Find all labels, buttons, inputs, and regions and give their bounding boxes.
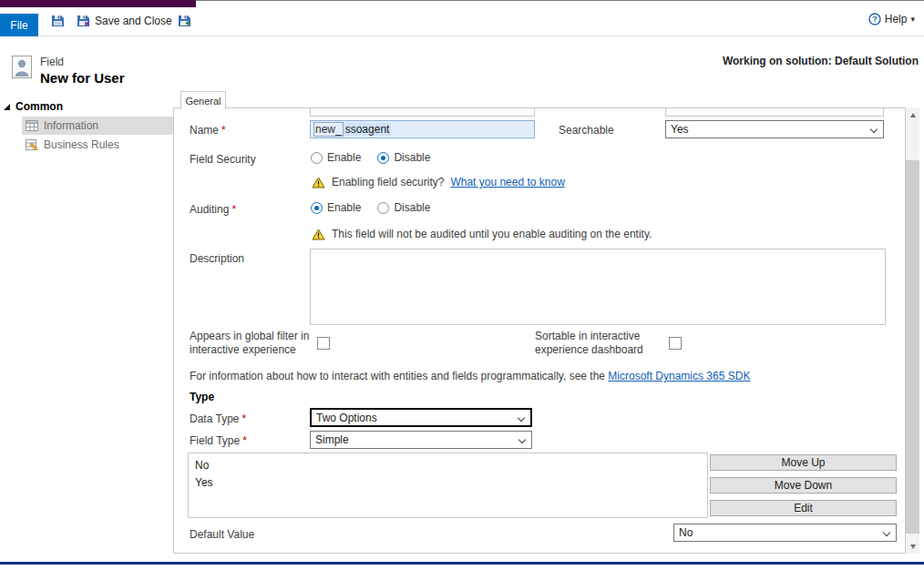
default-value-select[interactable]: No (673, 524, 897, 542)
clipped-input[interactable] (310, 108, 535, 117)
help-icon: ? (868, 13, 881, 25)
required-asterisk: * (242, 434, 247, 447)
required-asterisk: * (221, 124, 226, 137)
triangle-up-icon (910, 113, 916, 117)
window-accent-bar (0, 0, 196, 7)
radio-label: Enable (327, 201, 361, 214)
default-value-label: Default Value (190, 528, 254, 541)
collapse-triangle-icon (4, 104, 10, 110)
warning-text: This field will not be audited until you… (332, 228, 652, 240)
auditing-label: Auditing* (190, 203, 236, 216)
edit-button[interactable]: Edit (710, 500, 897, 516)
radio-selected-icon (311, 202, 323, 214)
scroll-down-button[interactable] (906, 539, 919, 554)
sidebar-group-label: Common (15, 100, 63, 113)
scrollbar-thumb[interactable] (906, 160, 919, 534)
auditing-enable-option[interactable]: Enable (311, 201, 361, 214)
searchable-value: Yes (671, 123, 689, 136)
help-label: Help (885, 13, 908, 25)
tab-general[interactable]: General (180, 91, 226, 109)
name-prefix: new_ (313, 122, 344, 137)
sidebar-item-label: Information (44, 119, 98, 132)
description-textarea[interactable] (310, 249, 886, 325)
save-and-new-icon (178, 14, 191, 27)
description-label: Description (190, 252, 244, 265)
sidebar-item-information[interactable]: Information (22, 117, 173, 135)
save-button[interactable] (51, 14, 65, 27)
file-tab[interactable]: File (0, 14, 38, 36)
save-icon (51, 14, 65, 27)
option-yes[interactable]: Yes (189, 474, 707, 492)
field-security-warning: Enabling field security? What you need t… (312, 176, 565, 188)
chevron-down-icon (883, 529, 890, 536)
name-value: ssoagent (344, 123, 392, 136)
global-filter-label: Appears in global filter in interactive … (190, 330, 317, 357)
auditing-warning: This field will not be audited until you… (312, 228, 652, 240)
save-and-close-icon (77, 14, 90, 27)
type-section-heading: Type (190, 391, 214, 403)
clipped-input[interactable] (665, 108, 884, 117)
field-type-label: Field Type* (190, 434, 247, 447)
toolbar: Save and Close ? Help ▾ (0, 7, 924, 36)
chevron-down-icon (518, 414, 525, 422)
radio-label: Disable (394, 151, 430, 164)
business-rules-icon (26, 139, 38, 150)
options-list[interactable]: No Yes (188, 453, 708, 518)
working-on-solution: Working on solution: Default Solution (723, 55, 919, 67)
entity-type-label: Field (40, 56, 64, 68)
sdk-text: For information about how to interact wi… (190, 370, 608, 382)
chevron-down-icon (870, 126, 878, 133)
field-security-info-link[interactable]: What you need to know (450, 176, 564, 188)
radio-selected-icon (377, 152, 389, 164)
required-asterisk: * (231, 203, 236, 216)
auditing-radio-group: Enable Disable (311, 201, 430, 214)
radio-icon (377, 202, 389, 214)
move-down-button[interactable]: Move Down (710, 477, 897, 494)
field-type-select[interactable]: Simple (310, 431, 532, 449)
triangle-down-icon (910, 545, 916, 549)
auditing-disable-option[interactable]: Disable (377, 201, 430, 214)
option-no[interactable]: No (189, 457, 707, 474)
field-security-disable-option[interactable]: Disable (377, 151, 430, 164)
move-up-button[interactable]: Move Up (710, 454, 897, 471)
required-asterisk: * (241, 412, 246, 425)
save-and-close-button[interactable]: Save and Close (77, 14, 172, 27)
sortable-label: Sortable in interactive experience dashb… (535, 330, 667, 357)
sortable-checkbox[interactable] (669, 337, 682, 350)
global-filter-checkbox[interactable] (317, 337, 330, 350)
radio-label: Disable (394, 201, 430, 214)
name-label: Name* (190, 124, 226, 137)
radio-label: Enable (327, 151, 361, 164)
sidebar-item-business-rules[interactable]: Business Rules (22, 136, 173, 154)
sidebar-group-common[interactable]: Common (4, 100, 63, 113)
default-value-value: No (679, 526, 693, 539)
scrollbar[interactable] (906, 107, 919, 554)
warning-icon (312, 229, 325, 240)
entity-icon (11, 55, 35, 83)
sdk-link[interactable]: Microsoft Dynamics 365 SDK (608, 370, 750, 382)
sdk-sentence: For information about how to interact wi… (190, 370, 750, 382)
bottom-accent-line (0, 562, 924, 565)
sidebar-item-label: Business Rules (44, 138, 119, 151)
field-type-value: Simple (315, 433, 349, 446)
form-panel: Name* new_ ssoagent Searchable Yes Field… (173, 107, 906, 554)
field-security-enable-option[interactable]: Enable (311, 151, 361, 164)
searchable-label: Searchable (559, 124, 614, 137)
data-type-value: Two Options (316, 412, 377, 424)
scroll-up-button[interactable] (906, 107, 919, 122)
warning-icon (312, 177, 325, 188)
searchable-select[interactable]: Yes (665, 120, 884, 138)
save-and-close-label: Save and Close (95, 15, 172, 27)
help-menu[interactable]: ? Help ▾ (868, 13, 915, 25)
svg-text:?: ? (872, 15, 878, 24)
radio-icon (311, 152, 323, 164)
page-title: New for User (40, 70, 125, 86)
table-icon (26, 120, 38, 131)
chevron-down-icon (518, 436, 526, 443)
chevron-down-icon: ▾ (910, 15, 915, 24)
name-input[interactable]: new_ ssoagent (310, 120, 535, 138)
save-and-new-button[interactable] (178, 14, 191, 27)
data-type-select[interactable]: Two Options (310, 408, 532, 427)
field-security-radio-group: Enable Disable (311, 151, 430, 164)
field-security-label: Field Security (190, 153, 256, 166)
